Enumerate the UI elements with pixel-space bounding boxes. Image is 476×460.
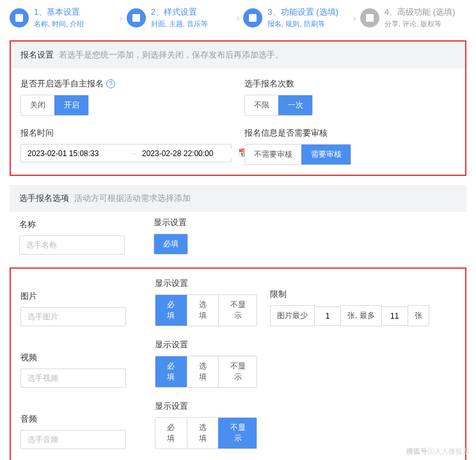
step-title: 2、样式设置 bbox=[151, 6, 208, 18]
field-label: 图片 bbox=[20, 290, 142, 302]
required-button[interactable]: 必填 bbox=[154, 234, 187, 254]
name-input[interactable] bbox=[19, 235, 125, 255]
required-button[interactable]: 必填 bbox=[155, 356, 187, 387]
svg-rect-0 bbox=[15, 14, 23, 22]
chevron-right-icon: › bbox=[235, 13, 241, 23]
audio-display-toggle: 必填 选填 不显示 bbox=[155, 417, 257, 449]
step-sub: 分享, 评论, 版权等 bbox=[385, 19, 456, 29]
option-row-name: 名称 显示设置 必填 bbox=[10, 212, 466, 262]
min-images-input[interactable] bbox=[314, 306, 341, 326]
image-input[interactable] bbox=[20, 307, 126, 326]
audit-toggle: 不需要审核 需要审核 bbox=[244, 144, 351, 165]
limit-suffix: 张 bbox=[408, 305, 429, 326]
limit-label: 限制 bbox=[270, 289, 456, 300]
end-date-input[interactable] bbox=[142, 149, 238, 158]
options-section-header: 选手报名选项 活动方可根据活动需求选择添加 bbox=[10, 185, 466, 212]
video-input[interactable] bbox=[20, 369, 126, 388]
step-title: 1、基本设置 bbox=[34, 6, 84, 18]
image-limit-controls: 图片最少 张, 最多 张 bbox=[270, 305, 429, 326]
chevron-right-icon: › bbox=[118, 13, 124, 23]
section-header: 报名设置 若选手是您统一添加，则选择关闭，保存发布后再添加选手。 bbox=[11, 42, 465, 68]
hidden-button[interactable]: 不显示 bbox=[218, 418, 257, 448]
media-options-box: 图片 显示设置 必填 选填 不显示 限制 图片最少 张, 最多 张 bbox=[10, 267, 466, 460]
optional-button[interactable]: 选填 bbox=[187, 295, 219, 326]
step-sub: 封面, 主题, 音乐等 bbox=[151, 19, 208, 29]
hidden-button[interactable]: 不显示 bbox=[218, 295, 257, 326]
option-row-video: 视频 显示设置 必填 选填 不显示 bbox=[11, 334, 465, 395]
audio-input[interactable] bbox=[20, 430, 126, 449]
audit-label: 报名信息是否需要审核 bbox=[244, 127, 456, 139]
step-2[interactable]: 2、样式设置封面, 主题, 音乐等 bbox=[127, 6, 233, 29]
arrow-right-icon: → bbox=[123, 148, 142, 158]
video-display-toggle: 必填 选填 不显示 bbox=[155, 356, 257, 388]
registration-settings-box: 报名设置 若选手是您统一添加，则选择关闭，保存发布后再添加选手。 是否开启选手自… bbox=[10, 40, 466, 176]
step-1[interactable]: 1、基本设置名称, 时间, 介绍 bbox=[10, 6, 116, 29]
limit-mid: 张, 最多 bbox=[340, 305, 382, 326]
step-4[interactable]: 4、高级功能 (选填)分享, 评论, 版权等 bbox=[360, 6, 466, 29]
watermark: 搜狐号Ⓢ人人微投票 bbox=[406, 447, 470, 456]
option-row-image: 图片 显示设置 必填 选填 不显示 限制 图片最少 张, 最多 张 bbox=[11, 273, 465, 334]
name-display-toggle: 必填 bbox=[154, 234, 188, 255]
field-label: 名称 bbox=[19, 219, 141, 230]
required-button[interactable]: 必填 bbox=[155, 418, 187, 448]
enable-toggle: 关闭 开启 bbox=[20, 95, 89, 116]
enable-off-button[interactable]: 关闭 bbox=[21, 95, 54, 115]
wizard-steps: 1、基本设置名称, 时间, 介绍 › 2、样式设置封面, 主题, 音乐等 › 3… bbox=[0, 0, 476, 35]
section-desc: 活动方可根据活动需求选择添加 bbox=[74, 193, 191, 203]
svg-rect-3 bbox=[366, 14, 374, 22]
count-once-button[interactable]: 一次 bbox=[278, 95, 312, 115]
display-label: 显示设置 bbox=[155, 278, 257, 289]
date-range-picker[interactable]: → 📅 bbox=[20, 144, 232, 163]
register-count-label: 选手报名次数 bbox=[244, 78, 456, 90]
audit-yes-button[interactable]: 需要审核 bbox=[301, 145, 351, 164]
step-icon bbox=[360, 8, 379, 28]
optional-button[interactable]: 选填 bbox=[187, 418, 219, 448]
svg-rect-2 bbox=[249, 14, 257, 22]
hidden-button[interactable]: 不显示 bbox=[218, 356, 257, 387]
section-desc: 若选手是您统一添加，则选择关闭，保存发布后再添加选手。 bbox=[59, 50, 283, 59]
display-label: 显示设置 bbox=[154, 217, 256, 228]
start-date-input[interactable] bbox=[28, 149, 123, 158]
step-icon bbox=[10, 8, 29, 28]
watermark-author: 人人微投票 bbox=[434, 447, 470, 455]
section-title: 报名设置 bbox=[20, 50, 54, 59]
count-unlimited-button[interactable]: 不限 bbox=[245, 95, 278, 115]
chevron-right-icon: › bbox=[352, 13, 358, 23]
image-display-toggle: 必填 选填 不显示 bbox=[155, 294, 257, 326]
display-label: 显示设置 bbox=[155, 401, 257, 412]
display-label: 显示设置 bbox=[155, 339, 257, 351]
step-icon bbox=[243, 8, 262, 28]
label-text: 是否开启选手自主报名 bbox=[20, 78, 104, 90]
optional-button[interactable]: 选填 bbox=[187, 356, 219, 387]
enable-self-register-label: 是否开启选手自主报名 ? bbox=[20, 78, 232, 90]
count-toggle: 不限 一次 bbox=[244, 95, 313, 116]
help-icon[interactable]: ? bbox=[106, 79, 115, 88]
field-label: 视频 bbox=[20, 352, 142, 363]
audit-no-button[interactable]: 不需要审核 bbox=[245, 145, 301, 164]
enable-on-button[interactable]: 开启 bbox=[54, 95, 88, 115]
section-title: 选手报名选项 bbox=[19, 193, 69, 203]
svg-rect-1 bbox=[132, 14, 140, 22]
field-label: 音频 bbox=[20, 413, 142, 425]
option-row-audio: 音频 显示设置 必填 选填 不显示 bbox=[11, 395, 465, 457]
step-title: 3、功能设置 (选填) bbox=[267, 6, 338, 18]
step-title: 4、高级功能 (选填) bbox=[385, 6, 456, 18]
step-sub: 名称, 时间, 介绍 bbox=[34, 19, 84, 29]
step-sub: 报名, 规则, 防刷等 bbox=[267, 19, 338, 29]
register-time-label: 报名时间 bbox=[20, 127, 232, 139]
limit-prefix: 图片最少 bbox=[270, 305, 315, 326]
watermark-brand: 搜狐号 bbox=[406, 447, 427, 455]
step-3[interactable]: 3、功能设置 (选填)报名, 规则, 防刷等 bbox=[243, 6, 349, 29]
max-images-input[interactable] bbox=[381, 306, 408, 326]
required-button[interactable]: 必填 bbox=[155, 295, 187, 326]
step-icon bbox=[127, 8, 146, 28]
